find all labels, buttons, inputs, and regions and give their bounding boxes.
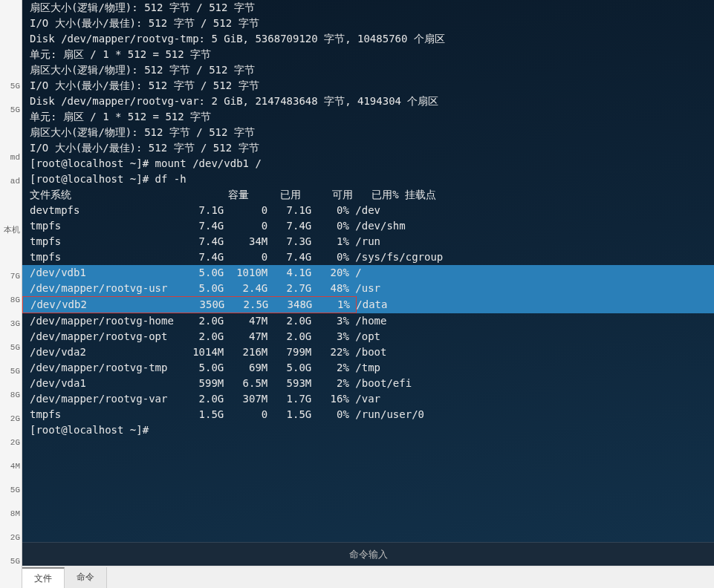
- terminal-line: I/O 大小(最小/最佳): 512 字节 / 512 字节: [30, 140, 707, 156]
- df-row: tmpfs 7.4G 0 7.4G 0% /sys/fs/cgroup: [30, 249, 707, 265]
- highlighted-row: /dev/mapper/rootvg-usr 5.0G 2.4G 2.7G 48…: [22, 281, 714, 296]
- left-size-label: 8G: [10, 391, 20, 399]
- left-size-label: 8G: [10, 295, 20, 304]
- left-size-label: 7G: [10, 272, 20, 281]
- left-size-label: 5G: [10, 343, 20, 352]
- left-size-label: 5G: [10, 557, 20, 566]
- df-row: tmpfs 7.4G 34M 7.3G 1% /run: [30, 234, 707, 249]
- shell-prompt[interactable]: [root@localhost ~]#: [30, 422, 707, 438]
- terminal-line: 扇区大小(逻辑/物理): 512 字节 / 512 字节: [30, 125, 707, 140]
- df-row: /dev/vdb1 5.0G 1010M 4.1G 20% /: [30, 265, 707, 281]
- terminal-line: [root@localhost ~]# df -h: [30, 172, 707, 187]
- terminal-line: I/O 大小(最小/最佳): 512 字节 / 512 字节: [30, 78, 707, 94]
- left-size-label: 3G: [10, 319, 20, 328]
- terminal-line: 单元: 扇区 / 1 * 512 = 512 字节: [30, 47, 707, 62]
- left-sidebar: 5G5Gmdad本机7G8G3G5G5G8G2G2G4M5G8M2G5G: [0, 0, 22, 588]
- left-size-label: 5G: [10, 82, 20, 91]
- left-size-label: 5G: [10, 486, 20, 494]
- left-size-label: 2G: [10, 414, 20, 423]
- bottom-tabs: 文件 命令: [22, 567, 714, 588]
- tab-file[interactable]: 文件: [22, 567, 65, 588]
- df-row: /dev/mapper/rootvg-usr 5.0G 2.4G 2.7G 48…: [30, 281, 707, 296]
- terminal-line: 单元: 扇区 / 1 * 512 = 512 字节: [30, 109, 707, 125]
- df-row: tmpfs 1.5G 0 1.5G 0% /run/user/0: [30, 407, 707, 422]
- df-row: /dev/mapper/rootvg-home 2.0G 47M 2.0G 3%…: [30, 313, 707, 329]
- df-row: tmpfs 7.4G 0 7.4G 0% /dev/shm: [30, 218, 707, 234]
- terminal-line: I/O 大小(最小/最佳): 512 字节 / 512 字节: [30, 16, 707, 31]
- terminal-line: [root@localhost ~]# mount /dev/vdb1 /: [30, 156, 707, 172]
- terminal-line: 扇区大小(逻辑/物理): 512 字节 / 512 字节: [30, 0, 707, 16]
- df-row: /dev/vdb2 350G 2.5G 348G 1% /data: [30, 296, 707, 313]
- left-size-label: md: [10, 153, 20, 162]
- terminal-line: Disk /dev/mapper/rootvg-tmp: 5 GiB, 5368…: [30, 31, 707, 47]
- left-size-label: 2G: [10, 533, 20, 542]
- left-size-label: ad: [10, 177, 20, 186]
- highlighted-row: /dev/vdb1 5.0G 1010M 4.1G 20% /: [22, 265, 714, 281]
- left-size-label: 5G: [10, 105, 20, 114]
- terminal-output[interactable]: 扇区大小(逻辑/物理): 512 字节 / 512 字节I/O 大小(最小/最佳…: [22, 0, 714, 549]
- left-size-label: 8M: [10, 509, 20, 518]
- terminal-line: Disk /dev/mapper/rootvg-var: 2 GiB, 2147…: [30, 94, 707, 109]
- command-input-bar[interactable]: 命令输入: [22, 542, 714, 566]
- df-row: /dev/vda1 599M 6.5M 593M 2% /boot/efi: [30, 376, 707, 391]
- highlighted-box: /dev/vdb2 350G 2.5G 348G 1% /data: [22, 296, 357, 313]
- df-header: 文件系统 容量 已用 可用 已用% 挂载点: [30, 187, 707, 203]
- left-size-label: 本机: [4, 224, 20, 235]
- df-row: /dev/mapper/rootvg-opt 2.0G 47M 2.0G 3% …: [30, 329, 707, 344]
- left-size-label: 4M: [10, 462, 20, 471]
- left-size-label: 2G: [10, 438, 20, 447]
- df-row: /dev/mapper/rootvg-tmp 5.0G 69M 5.0G 2% …: [30, 360, 707, 376]
- left-size-label: 5G: [10, 367, 20, 376]
- df-row: /dev/mapper/rootvg-var 2.0G 307M 1.7G 16…: [30, 391, 707, 407]
- tab-command[interactable]: 命令: [65, 567, 107, 588]
- terminal-line: 扇区大小(逻辑/物理): 512 字节 / 512 字节: [30, 62, 707, 78]
- command-input-placeholder: 命令输入: [349, 549, 388, 560]
- df-row: /dev/vda2 1014M 216M 799M 22% /boot: [30, 344, 707, 360]
- df-row: devtmpfs 7.1G 0 7.1G 0% /dev: [30, 203, 707, 218]
